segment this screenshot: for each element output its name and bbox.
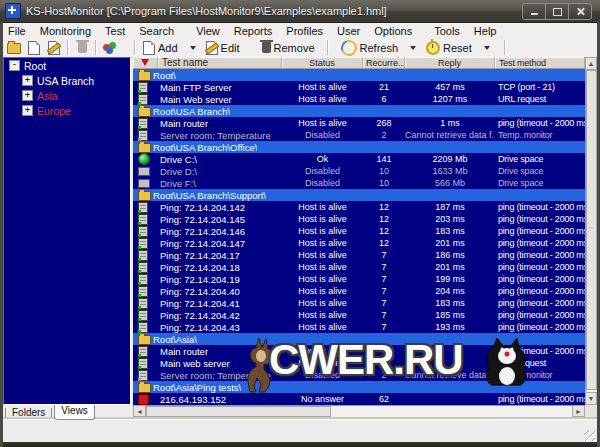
folder-row[interactable]: Root\USA Branch\Office\ [133,141,585,153]
minimize-button[interactable] [522,3,546,20]
table-row[interactable]: Drive C:\Ok1412209 MbDrive space [133,153,585,165]
column-name[interactable]: Test name [158,57,282,69]
toolbar-separator [95,40,97,55]
horizontal-scroll-thumb[interactable] [146,406,331,417]
table-row[interactable]: Ping: 72.14.204.42Host is alive7185 mspi… [133,309,585,321]
table-row[interactable]: Ping: 72.14.204.41Host is alive7183 mspi… [133,297,585,309]
test-status: Host is alive [282,286,363,296]
table-row[interactable]: Ping: 72.14.204.17Host is alive7186 mspi… [133,249,585,261]
remove-button[interactable]: Remove [258,39,319,56]
table-row[interactable]: Ping: 72.14.204.142Host is alive12187 ms… [133,201,585,213]
tab-views[interactable]: Views [54,405,95,420]
folder-row[interactable]: Root\ [133,69,585,81]
alarm-icon [138,394,149,405]
table-row[interactable]: Main web serverHost is aliveURL request [133,357,585,369]
title-bar[interactable]: KS-HostMonitor [C:\Program Files\HostMon… [0,0,600,23]
scroll-up-button[interactable]: ▲ [585,57,597,70]
table-row[interactable]: 216.64.193.152No answer62ping (timeout -… [133,393,585,405]
table-row[interactable]: Drive D:\Disabled101633 MbDrive space [133,165,585,177]
refresh-button[interactable]: Refresh [337,39,403,56]
test-status: Disabled [282,370,363,380]
add-button[interactable]: Add [139,39,182,56]
add-dropdown-arrow-icon[interactable] [190,46,196,50]
toolbar-separator [67,40,69,55]
table-row[interactable]: Main routerHost is aliveping (timeout - … [133,345,585,357]
test-method: ping (timeout - 2000 ms) [495,238,585,248]
tree-item-root[interactable]: -Root [4,58,130,73]
scroll-left-button[interactable]: ◄ [133,405,146,417]
table-row[interactable]: Ping: 72.14.204.43Host is alive7193 mspi… [133,321,585,333]
reset-button[interactable]: Reset [422,39,476,56]
delete-icon [78,42,87,53]
new-folder-button[interactable] [4,39,24,56]
menu-monitoring[interactable]: Monitoring [33,25,98,37]
vertical-scroll-thumb[interactable] [586,70,597,390]
reset-label: Reset [443,42,472,54]
test-name: Ping: 72.14.204.41 [158,298,282,309]
expand-icon[interactable]: + [22,90,33,101]
maximize-button[interactable] [545,3,569,20]
menu-test[interactable]: Test [98,25,132,37]
test-method: Drive space [495,154,585,164]
menu-help[interactable]: Help [467,25,504,37]
folder-row[interactable]: Root\Asia\Ping tests\ [133,381,585,393]
expand-icon[interactable]: + [22,105,33,116]
colors-button[interactable] [100,39,120,56]
menu-tools[interactable]: Tools [427,25,467,37]
menu-user[interactable]: User [330,25,367,37]
delete-button-disabled[interactable] [72,39,92,56]
tree-item-europe[interactable]: +Europe [4,103,130,118]
folder-row[interactable]: Root\Asia\ [133,333,585,345]
column-reply[interactable]: Reply [405,57,495,69]
collapse-icon[interactable]: - [9,60,20,71]
edit-button[interactable]: Edit [202,39,244,56]
test-status: No answer [282,394,363,404]
test-reply: 1207 ms [405,94,495,104]
menu-options[interactable]: Options [367,25,419,37]
table-row[interactable]: Ping: 72.14.204.146Host is alive12183 ms… [133,225,585,237]
scroll-down-button[interactable]: ▼ [585,392,597,405]
scroll-right-button[interactable]: ► [572,405,585,417]
menu-profiles[interactable]: Profiles [279,25,330,37]
tree-item-asia[interactable]: +Asia [4,88,130,103]
table-row[interactable]: Ping: 72.14.204.147Host is alive12201 ms… [133,237,585,249]
tree-item-usa-branch[interactable]: +USA Branch [4,73,130,88]
folder-icon [138,71,151,81]
column-method[interactable]: Test method [495,57,585,69]
table-row[interactable]: Server room: TemperatureDisabled2Cannot … [133,369,585,381]
import-button[interactable] [44,39,64,56]
test-reply: 201 ms [405,262,495,272]
folder-row[interactable]: Root\USA Branch\Support\ [133,189,585,201]
table-row[interactable]: Ping: 72.14.204.19Host is alive7199 mspi… [133,273,585,285]
reset-dropdown-arrow-icon[interactable] [484,46,490,50]
expand-icon[interactable]: + [22,75,33,86]
table-row[interactable]: Main routerHost is alive2681 msping (tim… [133,117,585,129]
menu-view[interactable]: View [189,25,227,37]
table-row[interactable]: Main Web serverHost is alive61207 msURL … [133,93,585,105]
resize-grip[interactable] [584,430,595,441]
menu-reports[interactable]: Reports [227,25,280,37]
tree-label: Europe [37,105,71,117]
tree-label: Asia [37,90,57,102]
test-reply: 566 Mb [405,178,495,188]
refresh-dropdown-arrow-icon[interactable] [410,46,416,50]
column-rec[interactable]: Recurre... [363,57,405,69]
folder-row[interactable]: Root\USA Branch\ [133,105,585,117]
table-row[interactable]: Ping: 72.14.204.40Host is alive7204 mspi… [133,285,585,297]
test-name: 216.64.193.152 [158,394,282,405]
column-status[interactable]: Status [282,57,363,69]
test-name: Ping: 72.14.204.42 [158,310,282,321]
test-recurrences: 7 [363,286,405,296]
panel-tab-strip: Folders Views [3,405,131,420]
table-row[interactable]: Drive F:\Disabled10566 MbDrive space [133,177,585,189]
column-priority[interactable] [133,57,158,69]
table-row[interactable]: Main FTP ServerHost is alive21457 msTCP … [133,81,585,93]
menu-search[interactable]: Search [132,25,181,37]
close-button[interactable] [568,3,592,20]
table-row[interactable]: Ping: 72.14.204.18Host is alive7201 mspi… [133,261,585,273]
new-file-button[interactable] [24,39,44,56]
table-row[interactable]: Ping: 72.14.204.145Host is alive12203 ms… [133,213,585,225]
menu-file[interactable]: File [1,25,33,37]
table-row[interactable]: Server room: TemperatureDisabled2Cannot … [133,129,585,141]
toolbar: Add Edit Remove Refresh Reset [1,38,599,58]
